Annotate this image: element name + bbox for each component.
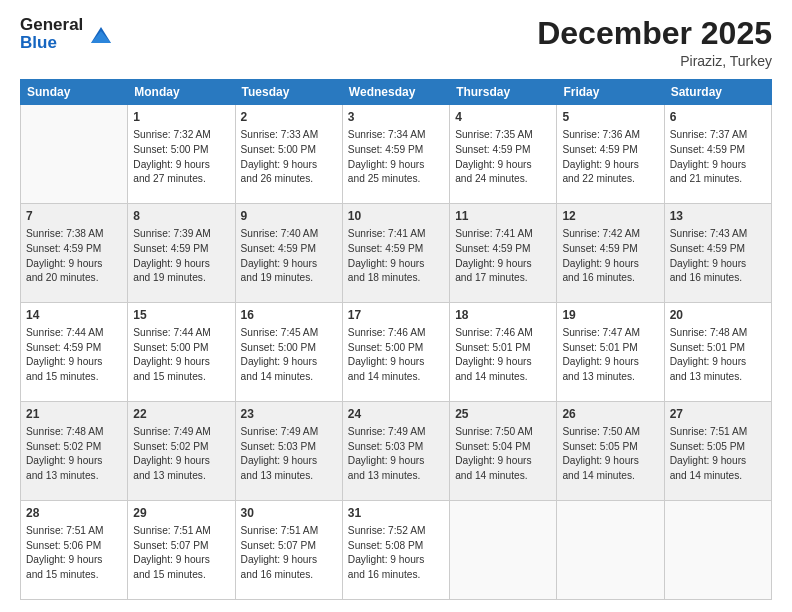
day-info: Sunrise: 7:44 AMSunset: 4:59 PMDaylight:… bbox=[26, 326, 122, 385]
day-info: Sunrise: 7:49 AMSunset: 5:03 PMDaylight:… bbox=[241, 425, 337, 484]
day-number: 28 bbox=[26, 505, 122, 522]
day-info: Sunrise: 7:51 AMSunset: 5:07 PMDaylight:… bbox=[241, 524, 337, 583]
day-number: 7 bbox=[26, 208, 122, 225]
calendar-cell: 4Sunrise: 7:35 AMSunset: 4:59 PMDaylight… bbox=[450, 105, 557, 204]
day-number: 23 bbox=[241, 406, 337, 423]
day-number: 22 bbox=[133, 406, 229, 423]
day-info: Sunrise: 7:47 AMSunset: 5:01 PMDaylight:… bbox=[562, 326, 658, 385]
calendar-cell: 23Sunrise: 7:49 AMSunset: 5:03 PMDayligh… bbox=[235, 402, 342, 501]
day-info: Sunrise: 7:46 AMSunset: 5:00 PMDaylight:… bbox=[348, 326, 444, 385]
calendar-cell bbox=[664, 501, 771, 600]
weekday-header-wednesday: Wednesday bbox=[342, 80, 449, 105]
calendar-cell: 6Sunrise: 7:37 AMSunset: 4:59 PMDaylight… bbox=[664, 105, 771, 204]
day-number: 9 bbox=[241, 208, 337, 225]
day-number: 21 bbox=[26, 406, 122, 423]
day-info: Sunrise: 7:38 AMSunset: 4:59 PMDaylight:… bbox=[26, 227, 122, 286]
weekday-header-sunday: Sunday bbox=[21, 80, 128, 105]
calendar-cell: 15Sunrise: 7:44 AMSunset: 5:00 PMDayligh… bbox=[128, 303, 235, 402]
week-row-1: 1Sunrise: 7:32 AMSunset: 5:00 PMDaylight… bbox=[21, 105, 772, 204]
day-info: Sunrise: 7:39 AMSunset: 4:59 PMDaylight:… bbox=[133, 227, 229, 286]
day-info: Sunrise: 7:36 AMSunset: 4:59 PMDaylight:… bbox=[562, 128, 658, 187]
calendar-cell: 14Sunrise: 7:44 AMSunset: 4:59 PMDayligh… bbox=[21, 303, 128, 402]
week-row-4: 21Sunrise: 7:48 AMSunset: 5:02 PMDayligh… bbox=[21, 402, 772, 501]
day-info: Sunrise: 7:33 AMSunset: 5:00 PMDaylight:… bbox=[241, 128, 337, 187]
day-info: Sunrise: 7:51 AMSunset: 5:06 PMDaylight:… bbox=[26, 524, 122, 583]
title-block: December 2025 Piraziz, Turkey bbox=[537, 16, 772, 69]
calendar-cell: 10Sunrise: 7:41 AMSunset: 4:59 PMDayligh… bbox=[342, 204, 449, 303]
day-number: 5 bbox=[562, 109, 658, 126]
day-info: Sunrise: 7:44 AMSunset: 5:00 PMDaylight:… bbox=[133, 326, 229, 385]
calendar-cell: 17Sunrise: 7:46 AMSunset: 5:00 PMDayligh… bbox=[342, 303, 449, 402]
day-info: Sunrise: 7:49 AMSunset: 5:02 PMDaylight:… bbox=[133, 425, 229, 484]
logo-icon bbox=[87, 21, 113, 47]
week-row-5: 28Sunrise: 7:51 AMSunset: 5:06 PMDayligh… bbox=[21, 501, 772, 600]
calendar-cell: 5Sunrise: 7:36 AMSunset: 4:59 PMDaylight… bbox=[557, 105, 664, 204]
calendar-cell: 13Sunrise: 7:43 AMSunset: 4:59 PMDayligh… bbox=[664, 204, 771, 303]
weekday-header-monday: Monday bbox=[128, 80, 235, 105]
day-number: 1 bbox=[133, 109, 229, 126]
day-info: Sunrise: 7:50 AMSunset: 5:05 PMDaylight:… bbox=[562, 425, 658, 484]
calendar-cell: 18Sunrise: 7:46 AMSunset: 5:01 PMDayligh… bbox=[450, 303, 557, 402]
day-number: 2 bbox=[241, 109, 337, 126]
day-number: 24 bbox=[348, 406, 444, 423]
day-info: Sunrise: 7:46 AMSunset: 5:01 PMDaylight:… bbox=[455, 326, 551, 385]
calendar-cell bbox=[21, 105, 128, 204]
day-number: 19 bbox=[562, 307, 658, 324]
calendar-cell: 9Sunrise: 7:40 AMSunset: 4:59 PMDaylight… bbox=[235, 204, 342, 303]
calendar-cell: 25Sunrise: 7:50 AMSunset: 5:04 PMDayligh… bbox=[450, 402, 557, 501]
day-number: 8 bbox=[133, 208, 229, 225]
day-number: 13 bbox=[670, 208, 766, 225]
day-info: Sunrise: 7:41 AMSunset: 4:59 PMDaylight:… bbox=[455, 227, 551, 286]
day-info: Sunrise: 7:45 AMSunset: 5:00 PMDaylight:… bbox=[241, 326, 337, 385]
day-info: Sunrise: 7:37 AMSunset: 4:59 PMDaylight:… bbox=[670, 128, 766, 187]
calendar-cell: 3Sunrise: 7:34 AMSunset: 4:59 PMDaylight… bbox=[342, 105, 449, 204]
day-number: 15 bbox=[133, 307, 229, 324]
calendar-cell: 29Sunrise: 7:51 AMSunset: 5:07 PMDayligh… bbox=[128, 501, 235, 600]
day-number: 30 bbox=[241, 505, 337, 522]
header: General Blue December 2025 Piraziz, Turk… bbox=[20, 16, 772, 69]
day-number: 6 bbox=[670, 109, 766, 126]
day-info: Sunrise: 7:43 AMSunset: 4:59 PMDaylight:… bbox=[670, 227, 766, 286]
calendar-cell: 7Sunrise: 7:38 AMSunset: 4:59 PMDaylight… bbox=[21, 204, 128, 303]
calendar-cell: 19Sunrise: 7:47 AMSunset: 5:01 PMDayligh… bbox=[557, 303, 664, 402]
svg-marker-1 bbox=[91, 31, 111, 43]
day-info: Sunrise: 7:34 AMSunset: 4:59 PMDaylight:… bbox=[348, 128, 444, 187]
day-info: Sunrise: 7:52 AMSunset: 5:08 PMDaylight:… bbox=[348, 524, 444, 583]
day-number: 27 bbox=[670, 406, 766, 423]
weekday-header-thursday: Thursday bbox=[450, 80, 557, 105]
day-number: 3 bbox=[348, 109, 444, 126]
calendar-cell: 22Sunrise: 7:49 AMSunset: 5:02 PMDayligh… bbox=[128, 402, 235, 501]
calendar-cell: 27Sunrise: 7:51 AMSunset: 5:05 PMDayligh… bbox=[664, 402, 771, 501]
calendar-cell: 21Sunrise: 7:48 AMSunset: 5:02 PMDayligh… bbox=[21, 402, 128, 501]
logo-blue: Blue bbox=[20, 34, 83, 52]
day-info: Sunrise: 7:51 AMSunset: 5:05 PMDaylight:… bbox=[670, 425, 766, 484]
day-number: 25 bbox=[455, 406, 551, 423]
calendar-cell: 8Sunrise: 7:39 AMSunset: 4:59 PMDaylight… bbox=[128, 204, 235, 303]
day-number: 17 bbox=[348, 307, 444, 324]
weekday-header-friday: Friday bbox=[557, 80, 664, 105]
day-info: Sunrise: 7:50 AMSunset: 5:04 PMDaylight:… bbox=[455, 425, 551, 484]
week-row-3: 14Sunrise: 7:44 AMSunset: 4:59 PMDayligh… bbox=[21, 303, 772, 402]
calendar-cell bbox=[450, 501, 557, 600]
day-number: 14 bbox=[26, 307, 122, 324]
calendar-cell: 16Sunrise: 7:45 AMSunset: 5:00 PMDayligh… bbox=[235, 303, 342, 402]
day-number: 20 bbox=[670, 307, 766, 324]
calendar-cell: 11Sunrise: 7:41 AMSunset: 4:59 PMDayligh… bbox=[450, 204, 557, 303]
day-number: 4 bbox=[455, 109, 551, 126]
month-title: December 2025 bbox=[537, 16, 772, 51]
calendar-cell: 2Sunrise: 7:33 AMSunset: 5:00 PMDaylight… bbox=[235, 105, 342, 204]
calendar-cell: 30Sunrise: 7:51 AMSunset: 5:07 PMDayligh… bbox=[235, 501, 342, 600]
page: General Blue December 2025 Piraziz, Turk… bbox=[0, 0, 792, 612]
day-info: Sunrise: 7:49 AMSunset: 5:03 PMDaylight:… bbox=[348, 425, 444, 484]
day-number: 10 bbox=[348, 208, 444, 225]
day-info: Sunrise: 7:40 AMSunset: 4:59 PMDaylight:… bbox=[241, 227, 337, 286]
calendar-cell: 1Sunrise: 7:32 AMSunset: 5:00 PMDaylight… bbox=[128, 105, 235, 204]
day-number: 29 bbox=[133, 505, 229, 522]
calendar-cell: 26Sunrise: 7:50 AMSunset: 5:05 PMDayligh… bbox=[557, 402, 664, 501]
day-info: Sunrise: 7:51 AMSunset: 5:07 PMDaylight:… bbox=[133, 524, 229, 583]
day-info: Sunrise: 7:41 AMSunset: 4:59 PMDaylight:… bbox=[348, 227, 444, 286]
calendar-table: SundayMondayTuesdayWednesdayThursdayFrid… bbox=[20, 79, 772, 600]
calendar-cell: 20Sunrise: 7:48 AMSunset: 5:01 PMDayligh… bbox=[664, 303, 771, 402]
weekday-header-row: SundayMondayTuesdayWednesdayThursdayFrid… bbox=[21, 80, 772, 105]
day-number: 11 bbox=[455, 208, 551, 225]
